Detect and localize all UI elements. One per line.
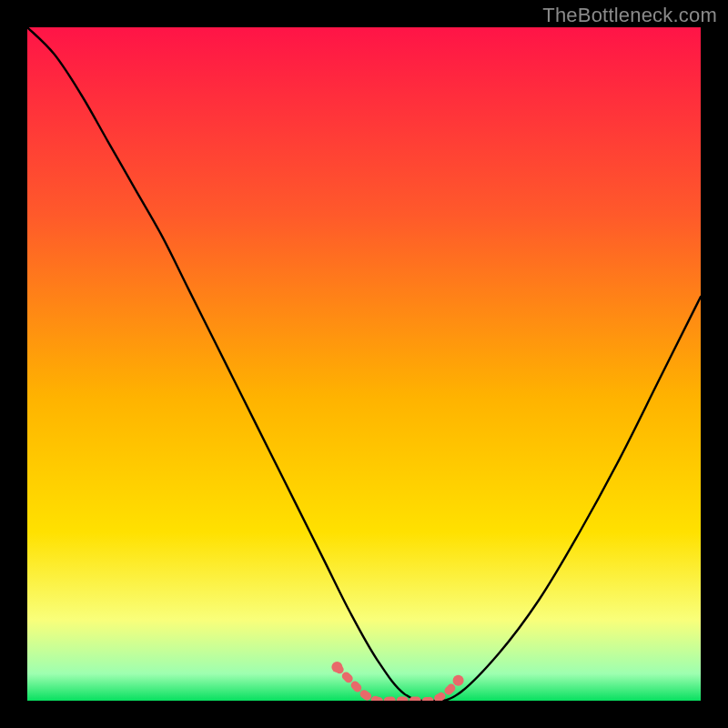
chart-frame: TheBottleneck.com <box>0 0 728 728</box>
marker-endpoint <box>331 662 342 672</box>
gradient-background <box>27 27 701 701</box>
bottleneck-plot <box>27 27 701 701</box>
attribution-text: TheBottleneck.com <box>542 4 717 27</box>
marker-endpoint <box>453 675 464 686</box>
